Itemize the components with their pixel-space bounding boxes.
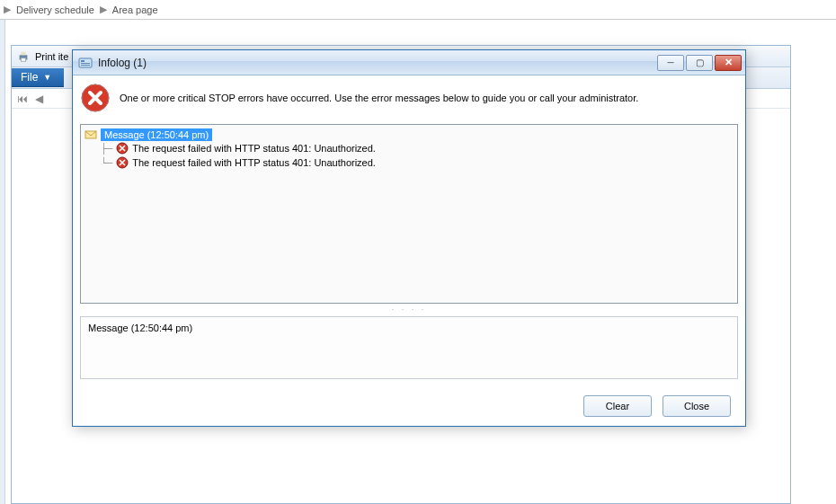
print-label[interactable]: Print ite (35, 51, 68, 62)
tree-connector-icon: ├─ (101, 143, 112, 155)
dialog-title: Infolog (1) (98, 57, 652, 69)
svg-rect-4 (81, 60, 84, 62)
file-menu-label: File (21, 71, 38, 84)
breadcrumb-item[interactable]: Area page (112, 4, 158, 15)
app-icon (78, 56, 93, 70)
svg-rect-5 (81, 63, 90, 64)
maximize-button[interactable]: ▢ (686, 55, 713, 71)
chevron-right-icon: ▶ (4, 4, 11, 15)
window-controls: ─ ▢ ✕ (657, 55, 742, 71)
close-icon: ✕ (725, 57, 733, 68)
tree-item[interactable]: └─ The request failed with HTTP status 4… (101, 155, 734, 170)
splitter-handle[interactable]: · · · · (73, 304, 745, 314)
first-record-icon[interactable]: ⏮ (17, 93, 28, 105)
tree-root-label: Message (12:50:44 pm) (101, 128, 212, 141)
minimize-icon: ─ (667, 57, 673, 67)
envelope-icon (84, 128, 97, 141)
tree-root[interactable]: Message (12:50:44 pm) (84, 128, 734, 141)
maximize-icon: ▢ (696, 57, 704, 67)
breadcrumb: ▶ Delivery schedule ▶ Area page (0, 0, 836, 20)
chevron-right-icon: ▶ (100, 4, 107, 15)
tree-item-label: The request failed with HTTP status 401:… (132, 157, 376, 168)
svg-rect-1 (21, 51, 25, 55)
tree-connector-icon: └─ (101, 157, 112, 169)
close-window-button[interactable]: ✕ (715, 55, 742, 71)
tree-item-label: The request failed with HTTP status 401:… (132, 143, 376, 154)
breadcrumb-item[interactable]: Delivery schedule (16, 4, 94, 15)
left-rail (0, 20, 5, 504)
detail-text: Message (12:50:44 pm) (88, 323, 192, 333)
chevron-down-icon: ▼ (43, 73, 51, 82)
prev-record-icon[interactable]: ◀ (35, 93, 43, 105)
file-menu[interactable]: File ▼ (12, 68, 64, 87)
titlebar[interactable]: Infolog (1) ─ ▢ ✕ (73, 50, 745, 75)
error-item-icon (116, 156, 129, 169)
error-item-icon (116, 142, 129, 155)
tree-item[interactable]: ├─ The request failed with HTTP status 4… (101, 141, 734, 155)
detail-panel: Message (12:50:44 pm) (80, 316, 738, 379)
close-button[interactable]: Close (663, 395, 731, 417)
dialog-button-row: Clear Close (73, 386, 745, 426)
error-stop-icon (80, 83, 111, 113)
infolog-dialog: Infolog (1) ─ ▢ ✕ One or more critical S… (72, 49, 746, 427)
header-message-row: One or more critical STOP errors have oc… (73, 75, 745, 124)
clear-button[interactable]: Clear (583, 395, 652, 417)
svg-rect-6 (81, 65, 90, 66)
printer-icon (17, 50, 30, 63)
svg-rect-2 (21, 57, 25, 61)
message-tree[interactable]: Message (12:50:44 pm) ├─ The request fai… (80, 124, 738, 304)
minimize-button[interactable]: ─ (657, 55, 684, 71)
header-message-text: One or more critical STOP errors have oc… (120, 93, 734, 103)
